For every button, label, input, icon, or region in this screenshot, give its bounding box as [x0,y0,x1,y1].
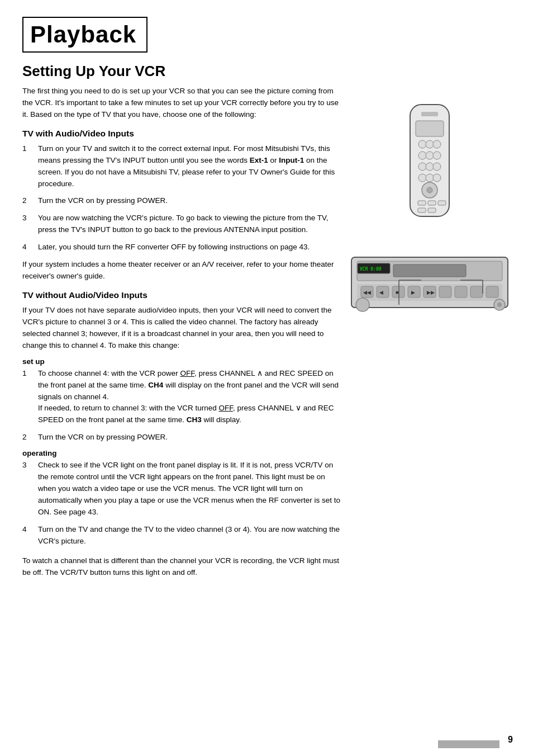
list-content: Turn the VCR on by pressing POWER. [38,432,341,443]
svg-rect-21 [428,208,436,212]
list-num: 3 [22,212,32,236]
svg-text:◀: ◀ [379,290,383,295]
operating-label: operating [22,449,341,457]
svg-point-12 [418,174,426,182]
list-item: 4 Later, you should turn the RF converte… [22,242,341,253]
svg-point-7 [426,152,434,159]
list-num: 1 [22,368,32,427]
list-content: Turn the VCR on by pressing POWER. [38,195,341,207]
svg-point-44 [356,298,369,311]
underline-off2: OFF [218,404,233,412]
underline-off1: OFF [180,369,194,377]
svg-rect-34 [455,286,467,297]
svg-rect-20 [418,208,426,212]
svg-text:■: ■ [396,290,398,295]
svg-rect-18 [428,201,436,205]
vcr-illustration: VCR 0:00 ◀◀ ◀ ■ ▶ [349,249,511,318]
list-item: 1 To choose channel 4: with the VCR powe… [22,368,341,427]
svg-text:◀◀: ◀◀ [363,290,371,295]
svg-point-5 [433,140,441,148]
list-item: 2 Turn the VCR on by pressing POWER. [22,195,341,207]
svg-point-3 [418,140,426,148]
page-title: Playback [30,21,136,48]
remote-illustration [393,102,466,232]
content-right: VCR 0:00 ◀◀ ◀ ■ ▶ [343,96,516,318]
list-num: 2 [22,432,32,443]
svg-rect-19 [438,201,446,205]
gray-bar [438,740,499,748]
list3: 3 Check to see if the VCR light on the f… [22,460,341,547]
svg-text:▶: ▶ [411,290,415,295]
svg-point-10 [426,163,434,171]
svg-text:VCR 0:00: VCR 0:00 [360,267,382,272]
vcr-svg: VCR 0:00 ◀◀ ◀ ■ ▶ [349,249,511,316]
svg-point-13 [426,174,434,182]
list-content: Later, you should turn the RF converter … [38,242,341,253]
list-content: You are now watching the VCR's picture. … [38,212,341,236]
list-content: Turn on the TV and change the TV to the … [38,524,341,547]
list1: 1 Turn on your TV and switch it to the c… [22,143,341,253]
svg-point-11 [433,163,441,171]
list-item: 2 Turn the VCR on by pressing POWER. [22,432,341,443]
list-num: 4 [22,242,32,253]
svg-rect-24 [393,264,466,277]
svg-rect-35 [470,286,483,297]
list-content: Check to see if the VCR light on the fro… [38,460,341,518]
svg-rect-17 [418,201,426,205]
intro-paragraph: The first thing you need to do is set up… [22,86,341,121]
list-item: 4 Turn on the TV and change the TV to th… [22,524,341,547]
svg-rect-2 [416,121,444,136]
svg-point-6 [418,152,426,159]
list-item: 1 Turn on your TV and switch it to the c… [22,143,341,190]
list2: 1 To choose channel 4: with the VCR powe… [22,368,341,444]
list-num: 4 [22,524,32,547]
content-left: Setting Up Your VCR The first thing you … [22,63,341,579]
svg-point-8 [433,152,441,159]
list-num: 1 [22,143,32,190]
sub2-heading: TV without Audio/Video Inputs [22,290,341,300]
sub1-heading: TV with Audio/Video Inputs [22,129,341,139]
svg-point-16 [427,187,432,193]
svg-point-14 [433,174,441,182]
list-content: To choose channel 4: with the VCR power … [38,368,341,427]
list-num: 3 [22,460,32,518]
tv-without-section: If your TV does not have separate audio/… [22,305,341,352]
bottom-text: To watch a channel that is different tha… [22,555,341,579]
svg-point-43 [497,303,502,307]
svg-rect-33 [439,286,451,297]
list-item: 3 Check to see if the VCR light on the f… [22,460,341,518]
title-box: Playback [22,17,147,53]
list-num: 2 [22,195,32,207]
svg-point-4 [426,140,434,148]
remote-svg [393,102,466,230]
list-content: Turn on your TV and switch it to the cor… [38,143,341,190]
setup-label: set up [22,357,341,366]
svg-point-9 [418,163,426,171]
svg-rect-1 [421,112,438,116]
section-heading: Setting Up Your VCR [22,63,341,80]
page-number: 9 [508,735,513,745]
svg-rect-36 [486,286,498,297]
tv-without-intro: If your TV does not have separate audio/… [22,305,341,352]
svg-text:▶▶: ▶▶ [427,290,435,295]
list-item: 3 You are now watching the VCR's picture… [22,212,341,236]
if-system-text: If your system includes a home theater r… [22,259,341,282]
